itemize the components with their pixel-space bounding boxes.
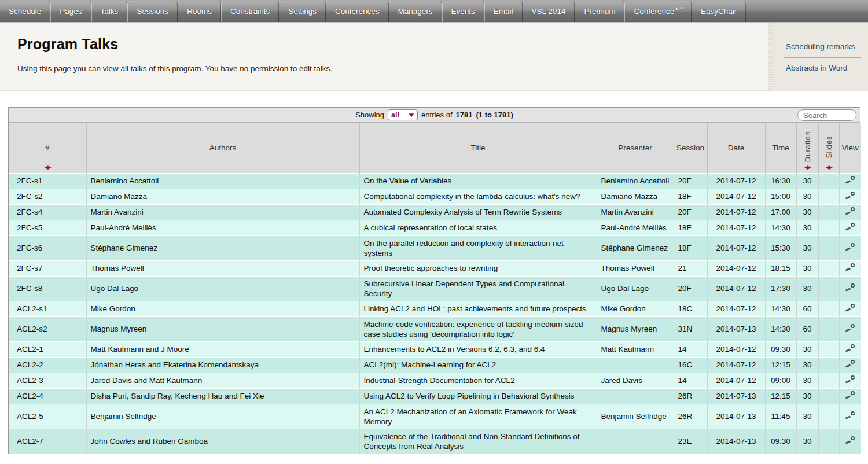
view-cell: [839, 260, 861, 276]
column-header-time: Time: [765, 123, 796, 173]
duration-cell: 60: [796, 301, 818, 316]
authors-cell: Beniamino Accattoli: [86, 173, 359, 189]
sort-arrows-icon[interactable]: ◀▶: [826, 164, 832, 170]
talk-row: 2FC-s5 Paul-André Melliès A cubical repr…: [9, 220, 861, 235]
view-cell: [839, 429, 861, 454]
column-header-session: Session: [674, 123, 707, 173]
session-cell: 18F: [674, 189, 707, 204]
page-size-select[interactable]: all ▼: [388, 109, 418, 120]
presenter-cell: Matt Kaufmann: [597, 341, 674, 357]
presenter-cell: [597, 357, 674, 373]
nav-tab-label: Premium: [584, 7, 615, 16]
view-talk-icon[interactable]: [845, 304, 855, 312]
view-cell: [839, 173, 861, 189]
sort-arrows-icon[interactable]: ◀▶: [804, 164, 810, 170]
view-talk-icon[interactable]: [845, 283, 855, 292]
nav-tab-email[interactable]: Email: [484, 1, 523, 22]
date-cell: 2014-07-12: [707, 173, 765, 189]
nav-tab-events[interactable]: Events: [442, 1, 484, 22]
talk-row: ACL2-3 Jared Davis and Matt Kaufmann Ind…: [9, 373, 861, 388]
abstracts-in-word-link[interactable]: Abstracts in Word: [768, 58, 868, 78]
talk-row: ACL2-7 John Cowles and Ruben Gamboa Equi…: [9, 429, 861, 454]
nav-tab-label: Conferences: [335, 7, 380, 16]
talk-row: 2FC-s4 Martin Avanzini Automated Complex…: [9, 204, 861, 220]
nav-tab-managers[interactable]: Managers: [389, 1, 442, 22]
authors-cell: Benjamin Selfridge: [86, 404, 359, 429]
time-cell: 17:00: [765, 204, 796, 220]
view-talk-icon[interactable]: [845, 243, 855, 251]
scheduling-remarks-link[interactable]: Scheduling remarks: [768, 36, 868, 57]
title-cell: Using ACL2 to Verify Loop Pipelining in …: [359, 388, 597, 404]
view-talk-icon[interactable]: [845, 223, 855, 231]
view-talk-icon[interactable]: [845, 263, 855, 271]
nav-tab-easychair[interactable]: EasyChair: [692, 1, 746, 22]
page-description: Using this page you can view all talks o…: [0, 53, 868, 73]
view-talk-icon[interactable]: [845, 391, 855, 399]
nav-tab-label: Sessions: [137, 7, 168, 16]
nav-tab-label: Talks: [101, 7, 119, 16]
switch-conference-icon: ↩: [675, 4, 682, 13]
column-header-duration: Duration ◀▶: [796, 123, 818, 173]
nav-tab-constraints[interactable]: Constraints: [221, 1, 279, 22]
session-cell: 14: [674, 373, 707, 388]
talk-row: 2FC-s1 Beniamino Accattoli On the Value …: [9, 173, 861, 189]
sort-arrows-icon[interactable]: ◀▶: [45, 164, 50, 170]
slides-cell: [818, 276, 839, 301]
nav-tab-label: Email: [494, 7, 513, 16]
nav-tab-vsl-2014[interactable]: VSL 2014: [523, 1, 575, 22]
nav-tab-pages[interactable]: Pages: [50, 1, 91, 22]
nav-tab-conference[interactable]: Conference ↩: [624, 1, 692, 22]
nav-tab-label: Rooms: [187, 7, 212, 16]
nav-tab-premium[interactable]: Premium: [575, 1, 624, 22]
duration-cell: 30: [796, 373, 818, 388]
view-cell: [839, 276, 861, 301]
nav-tab-label: Managers: [398, 7, 433, 16]
view-talk-icon[interactable]: [845, 375, 855, 384]
view-cell: [839, 357, 861, 373]
duration-cell: 30: [796, 204, 818, 220]
time-cell: 18:15: [765, 260, 796, 276]
nav-tab-sessions[interactable]: Sessions: [127, 1, 178, 22]
time-cell: 14:30: [765, 301, 796, 316]
presenter-cell: Mike Gordon: [597, 301, 674, 316]
view-talk-icon[interactable]: [845, 436, 855, 444]
view-talk-icon[interactable]: [845, 207, 855, 215]
talk-id-cell: 2FC-s4: [9, 204, 86, 220]
view-talk-icon[interactable]: [845, 324, 855, 332]
search-input[interactable]: [797, 109, 856, 121]
slides-cell: [818, 173, 839, 189]
date-cell: 2014-07-12: [707, 301, 765, 316]
talk-id-cell: ACL2-s1: [9, 301, 86, 316]
nav-tab-settings[interactable]: Settings: [279, 1, 326, 22]
talk-row: 2FC-s7 Thomas Powell Proof theoretic app…: [9, 260, 861, 276]
title-cell: Subrecursive Linear Dependent Types and …: [359, 276, 597, 301]
view-talk-icon[interactable]: [845, 411, 855, 419]
slides-cell: [818, 373, 839, 388]
title-cell: Computational complexity in the lambda-c…: [359, 189, 597, 204]
session-cell: 18F: [674, 220, 707, 235]
duration-cell: 30: [796, 220, 818, 235]
talk-row: ACL2-s1 Mike Gordon Linking ACL2 and HOL…: [9, 301, 861, 316]
nav-tab-conferences[interactable]: Conferences: [326, 1, 389, 22]
nav-tab-label: Constraints: [230, 7, 270, 16]
total-entries: 1781: [456, 111, 473, 119]
nav-tab-talks[interactable]: Talks: [91, 1, 128, 22]
presenter-cell: Martin Avanzini: [597, 204, 674, 220]
view-talk-icon[interactable]: [845, 344, 855, 352]
session-cell: 14: [674, 341, 707, 357]
nav-tab-rooms[interactable]: Rooms: [178, 1, 221, 22]
nav-tab-schedule[interactable]: Schedule: [0, 1, 50, 22]
date-cell: 2014-07-12: [707, 204, 765, 220]
view-talk-icon[interactable]: [845, 192, 855, 200]
talk-row: 2FC-s6 Stéphane Gimenez On the parallel …: [9, 235, 861, 260]
column-header-view: View: [839, 123, 861, 173]
presenter-cell: [597, 388, 674, 404]
view-talk-icon[interactable]: [845, 176, 855, 184]
slides-cell: [818, 189, 839, 204]
talk-row: ACL2-s2 Magnus Myreen Machine-code verif…: [9, 316, 861, 341]
title-cell: Proof theoretic approaches to rewriting: [359, 260, 597, 276]
date-cell: 2014-07-13: [707, 404, 765, 429]
view-talk-icon[interactable]: [845, 360, 855, 368]
view-cell: [839, 373, 861, 388]
talk-row: 2FC-s2 Damiano Mazza Computational compl…: [9, 189, 861, 204]
